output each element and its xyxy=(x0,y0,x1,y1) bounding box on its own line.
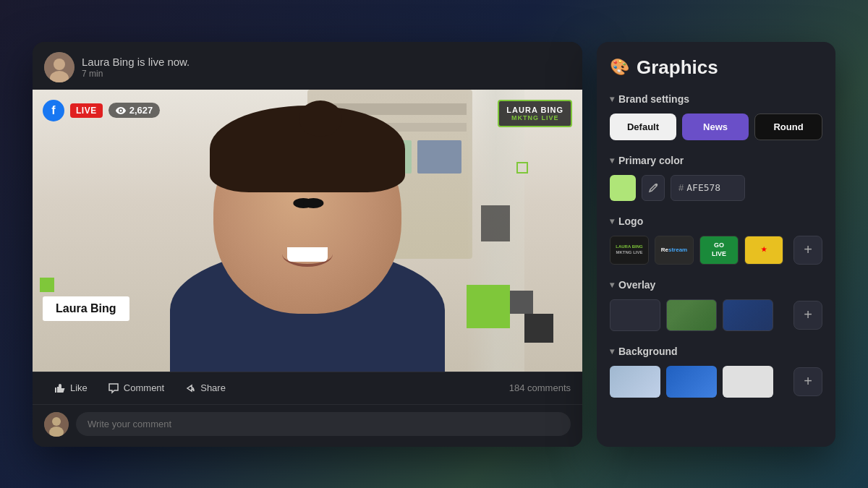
logo-row: LAURA BINGMKTNG LIVE Restream GOLIVE ★ + xyxy=(610,236,822,265)
video-container: f LIVE 2,627 LAURA BING MKTNG LIVE Laura… xyxy=(33,90,582,372)
background-row: + xyxy=(610,366,822,398)
panel-title-row: 🎨 Graphics xyxy=(610,56,822,79)
logo-add-button[interactable]: + xyxy=(793,236,822,265)
post-avatar xyxy=(44,52,75,82)
primary-color-header[interactable]: ▾ Primary color xyxy=(610,155,822,166)
share-button[interactable]: Share xyxy=(174,378,236,398)
primary-color-section: ▾ Primary color # xyxy=(610,155,822,201)
hex-input-wrap: # xyxy=(671,175,745,201)
overlay-item-1[interactable] xyxy=(610,299,660,331)
logo-header[interactable]: ▾ Logo xyxy=(610,215,822,227)
brand-news-button[interactable]: News xyxy=(682,114,749,140)
panel-title: Graphics xyxy=(637,56,718,79)
svg-point-3 xyxy=(119,109,122,111)
brand-round-button[interactable]: Round xyxy=(754,114,822,140)
overlay-item-2[interactable] xyxy=(666,299,717,331)
overlay-row: + xyxy=(610,299,822,331)
color-chevron-icon: ▾ xyxy=(610,155,614,166)
gfx-square-green-small xyxy=(40,278,54,292)
background-add-button[interactable]: + xyxy=(793,367,822,396)
post-actions: Like Comment Share 184 comments xyxy=(33,372,582,405)
palette-icon: 🎨 xyxy=(610,58,629,77)
brand-chevron-icon: ▾ xyxy=(610,94,614,104)
svg-point-1 xyxy=(54,59,65,70)
gfx-square-dark-medium xyxy=(510,291,533,314)
logo-item-4[interactable]: ★ xyxy=(744,236,783,265)
brand-buttons: Default News Round xyxy=(610,114,822,140)
comment-count: 184 comments xyxy=(509,382,571,393)
gfx-square-green-outline xyxy=(516,162,528,174)
gfx-square-dark-small xyxy=(524,314,553,343)
post-panel: Laura Bing is live now. 7 min xyxy=(33,42,582,447)
background-header[interactable]: ▾ Background xyxy=(610,346,822,357)
overlay-add-button[interactable]: + xyxy=(793,301,822,330)
background-item-3[interactable] xyxy=(723,366,773,398)
logo-section: ▾ Logo LAURA BINGMKTNG LIVE Restream GOL… xyxy=(610,215,822,265)
background-item-2[interactable] xyxy=(666,366,717,398)
facebook-icon: f xyxy=(43,100,64,121)
post-time: 7 min xyxy=(82,69,571,79)
gfx-square-green-large xyxy=(467,285,510,328)
background-section: ▾ Background + xyxy=(610,346,822,398)
svg-point-5 xyxy=(52,417,61,426)
video-logo-overlay: LAURA BING MKTNG LIVE xyxy=(498,100,572,127)
color-row: # xyxy=(610,175,822,201)
background-chevron-icon: ▾ xyxy=(610,346,614,356)
brand-settings-header[interactable]: ▾ Brand settings xyxy=(610,93,822,105)
hex-input[interactable] xyxy=(686,182,737,193)
like-button[interactable]: Like xyxy=(44,378,98,398)
logo-chevron-icon: ▾ xyxy=(610,216,614,226)
overlay-section: ▾ Overlay + xyxy=(610,279,822,331)
comment-button[interactable]: Comment xyxy=(98,378,174,398)
overlay-chevron-icon: ▾ xyxy=(610,280,614,290)
comment-input[interactable] xyxy=(76,412,571,436)
logo-item-3[interactable]: GOLIVE xyxy=(699,236,739,265)
viewer-count: 2,627 xyxy=(109,103,161,118)
brand-default-button[interactable]: Default xyxy=(610,114,676,140)
overlay-header[interactable]: ▾ Overlay xyxy=(610,279,822,291)
graphics-panel: 🎨 Graphics ▾ Brand settings Default News… xyxy=(597,42,835,447)
hex-hash: # xyxy=(678,182,684,193)
comment-area xyxy=(33,405,582,447)
brand-settings-section: ▾ Brand settings Default News Round xyxy=(610,93,822,140)
post-header: Laura Bing is live now. 7 min xyxy=(33,42,582,90)
live-bar: f LIVE 2,627 xyxy=(43,100,160,121)
logo-item-1[interactable]: LAURA BINGMKTNG LIVE xyxy=(610,236,649,265)
background-item-1[interactable] xyxy=(610,366,660,398)
overlay-item-3[interactable] xyxy=(723,299,773,331)
color-swatch[interactable] xyxy=(610,175,636,201)
gfx-square-dark-tall xyxy=(481,205,510,241)
commenter-avatar xyxy=(44,412,69,437)
logo-item-2[interactable]: Restream xyxy=(655,236,694,265)
svg-point-7 xyxy=(656,184,658,185)
name-lower-third: Laura Bing xyxy=(43,296,129,321)
live-badge: LIVE xyxy=(70,103,103,118)
eyedropper-button[interactable] xyxy=(642,175,665,201)
post-meta: Laura Bing is live now. 7 min xyxy=(82,56,571,79)
post-username: Laura Bing is live now. xyxy=(82,56,571,68)
